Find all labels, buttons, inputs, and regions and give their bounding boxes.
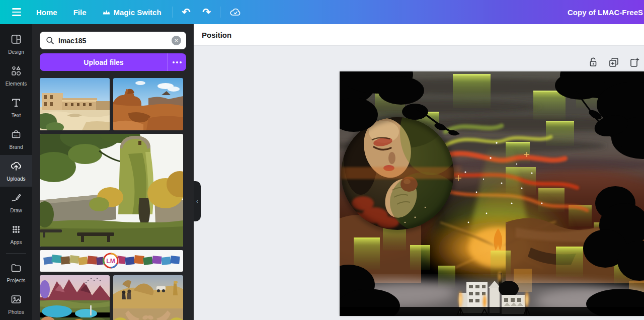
- canva-app: Home File Magic Switch ↶ ↷ Cop: [0, 0, 644, 320]
- surreal-mountain-collage: [40, 275, 110, 320]
- document-title[interactable]: Copy of LMAC-FreeS: [568, 0, 644, 24]
- sidebar-item-projects[interactable]: Projects: [0, 257, 32, 288]
- upload-files-label: Upload files: [84, 58, 123, 66]
- editor-area: Position: [194, 24, 644, 320]
- hamburger-icon[interactable]: [7, 5, 26, 19]
- ellipsis-icon: [173, 61, 175, 63]
- divider: [173, 7, 173, 18]
- duplicate-icon: [608, 57, 619, 68]
- side-navigation: Design Elements Text: [0, 24, 32, 320]
- clear-icon[interactable]: ✕: [172, 36, 181, 45]
- cloud-check-icon: [229, 7, 242, 17]
- search-input[interactable]: [58, 37, 168, 45]
- svg-text:LM: LM: [106, 258, 115, 265]
- home-label: Home: [36, 8, 57, 17]
- sidebar-item-brand[interactable]: co. Brand: [0, 123, 32, 155]
- thumbnail-desert-rocks[interactable]: [113, 78, 183, 130]
- sidebar-item-label: Draw: [10, 208, 22, 213]
- sidebar-item-label: Text: [12, 113, 21, 118]
- upload-files-button[interactable]: Upload files: [40, 53, 168, 71]
- desert-rocks-photo: [113, 78, 183, 130]
- text-icon: [10, 97, 22, 111]
- sidebar-item-label: Uploads: [7, 176, 25, 182]
- sidebar-item-uploads[interactable]: Uploads: [0, 155, 32, 187]
- top-menu-bar: Home File Magic Switch ↶ ↷ Cop: [0, 0, 644, 24]
- upload-button-group: Upload files: [40, 53, 186, 71]
- brand-icon: co.: [10, 128, 22, 142]
- surreal-desert-collage: [113, 275, 183, 320]
- thumbnail-surreal-desert-collage[interactable]: [113, 275, 183, 320]
- sidebar-item-apps[interactable]: Apps: [0, 218, 32, 250]
- draw-icon: [10, 192, 22, 206]
- surreal-dusk-artwork: [340, 71, 644, 316]
- thumbnail-surreal-mountain-collage[interactable]: [40, 275, 110, 320]
- elements-icon: [10, 65, 22, 79]
- sidebar-item-label: Photos: [8, 309, 24, 315]
- undo-button[interactable]: ↶: [178, 4, 195, 20]
- position-button[interactable]: Position: [202, 31, 231, 39]
- sidebar-item-photos[interactable]: Photos: [0, 288, 32, 320]
- thumbnail-castle-tower[interactable]: [40, 134, 183, 247]
- castle-tower-photo: [40, 134, 183, 247]
- duplicate-page-button[interactable]: [607, 56, 620, 69]
- lock-icon: [588, 57, 598, 68]
- sidebar-item-label: Apps: [10, 239, 22, 245]
- uploads-icon: [10, 160, 22, 174]
- svg-text:co.: co.: [14, 134, 18, 137]
- workspace: ‹: [194, 46, 644, 320]
- uploads-grid: LM: [40, 78, 186, 320]
- add-page-icon: [629, 57, 640, 68]
- home-button[interactable]: Home: [30, 5, 63, 20]
- save-status-button[interactable]: [225, 4, 246, 20]
- lmac-collage-banner: LM: [40, 250, 183, 272]
- chevron-left-icon: ‹: [196, 198, 198, 205]
- thumbnail-lmac-banner[interactable]: LM: [40, 250, 183, 272]
- sidebar-item-label: Brand: [9, 144, 23, 150]
- crown-icon: [103, 9, 110, 16]
- hide-panel-tab[interactable]: ‹: [194, 181, 201, 221]
- file-button[interactable]: File: [67, 5, 93, 20]
- sidebar-item-label: Design: [8, 49, 24, 55]
- undo-icon: ↶: [182, 7, 191, 17]
- sidebar-item-design[interactable]: Design: [0, 28, 32, 60]
- design-icon: [10, 33, 22, 47]
- divider: [6, 253, 26, 254]
- sidebar-item-text[interactable]: Text: [0, 92, 32, 123]
- sidebar-item-label: Projects: [7, 278, 26, 283]
- photos-icon: [10, 293, 22, 307]
- lock-button[interactable]: [587, 56, 600, 69]
- upload-more-button[interactable]: [168, 53, 186, 71]
- magic-switch-button[interactable]: Magic Switch: [97, 5, 168, 20]
- apps-icon: [10, 223, 22, 237]
- redo-icon: ↷: [202, 7, 211, 17]
- sidebar-item-label: Elements: [6, 81, 27, 87]
- sidebar-item-draw[interactable]: Draw: [0, 187, 32, 218]
- magic-switch-label: Magic Switch: [114, 8, 162, 17]
- beach-resort-photo: [40, 78, 110, 130]
- add-page-button[interactable]: [628, 56, 641, 69]
- sidebar-item-elements[interactable]: Elements: [0, 60, 32, 92]
- canvas-page[interactable]: [340, 71, 644, 316]
- uploads-panel: ✕ Upload files: [32, 24, 194, 320]
- file-label: File: [73, 8, 87, 17]
- projects-icon: [10, 262, 22, 276]
- search-box: ✕: [40, 32, 186, 49]
- search-icon: [46, 36, 54, 45]
- divider: [220, 7, 220, 18]
- context-toolbar: Position: [194, 24, 644, 46]
- page-controls: [587, 56, 641, 69]
- thumbnail-beach-resort[interactable]: [40, 78, 110, 130]
- redo-button[interactable]: ↷: [198, 4, 215, 20]
